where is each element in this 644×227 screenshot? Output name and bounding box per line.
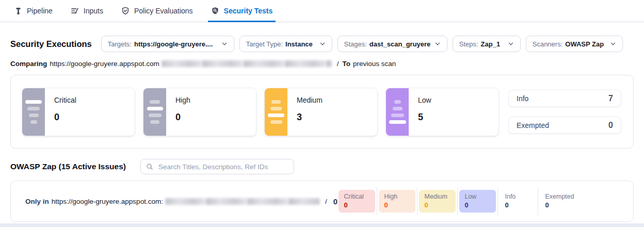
chip-label: Low bbox=[464, 193, 491, 201]
redacted-text bbox=[165, 198, 320, 205]
comparing-label: Comparing bbox=[10, 60, 47, 68]
dropdown-value: Instance bbox=[285, 40, 313, 48]
chip-divider bbox=[497, 187, 498, 215]
severity-label: Low bbox=[418, 96, 431, 104]
dropdown-value: OWASP Zap bbox=[565, 40, 604, 48]
exempted-chip: Exempted 0 bbox=[540, 190, 583, 213]
critical-summary-card[interactable]: Critical 0 bbox=[22, 88, 135, 136]
low-summary-card[interactable]: Low 5 bbox=[385, 88, 499, 136]
stages-dropdown[interactable]: Stages: dast_scan_gruyere bbox=[337, 36, 447, 52]
chip-value: 0 bbox=[424, 201, 450, 209]
only-in-label: Only in bbox=[25, 198, 49, 205]
severity-count: 7 bbox=[608, 94, 613, 103]
dropdown-label: Scanners: bbox=[533, 40, 563, 48]
severity-summary-panel: Critical 0 High 0 Medium 3 Low 5 Info 7 … bbox=[10, 75, 634, 149]
dropdown-value: Zap_1 bbox=[481, 40, 501, 48]
chip-value: 0 bbox=[505, 201, 531, 209]
dropdown-label: Steps: bbox=[459, 40, 478, 48]
high-level-icon bbox=[143, 88, 166, 136]
comparing-url: https://google-gruyere.appspot.com bbox=[50, 60, 159, 68]
comparing-to-value: previous scan bbox=[353, 60, 396, 68]
chip-value: 0 bbox=[464, 201, 491, 209]
security-shield-search-icon bbox=[211, 7, 219, 15]
tab-label: Security Tests bbox=[224, 7, 273, 15]
severity-label: Medium bbox=[297, 96, 323, 104]
chevron-down-icon bbox=[504, 41, 514, 47]
execution-tabbar: Pipeline Inputs Policy Evaluations Secur… bbox=[0, 0, 644, 22]
chevron-down-icon bbox=[606, 41, 616, 47]
high-chip: High 0 bbox=[379, 190, 415, 213]
only-in-separator: / bbox=[325, 198, 327, 205]
severity-count: 0 bbox=[175, 112, 190, 123]
tab-label: Policy Evaluations bbox=[134, 7, 193, 15]
issues-section-title: OWASP Zap (15 Active Issues) bbox=[10, 162, 126, 171]
info-summary-card[interactable]: Info 7 bbox=[508, 90, 621, 107]
dropdown-value: dast_scan_gruyere bbox=[369, 40, 431, 48]
tab-pipeline[interactable]: Pipeline bbox=[14, 0, 53, 22]
low-chip: Low 0 bbox=[459, 190, 496, 213]
chevron-down-icon bbox=[315, 41, 326, 47]
chip-label: Info bbox=[505, 193, 531, 201]
page-title: Security Executions bbox=[10, 39, 92, 49]
chevron-down-icon bbox=[430, 41, 441, 47]
tab-label: Pipeline bbox=[27, 7, 53, 15]
issues-search-box[interactable] bbox=[140, 159, 294, 174]
chip-value: 0 bbox=[545, 201, 578, 209]
critical-chip: Critical 0 bbox=[339, 190, 375, 213]
severity-label: Exempted bbox=[517, 121, 549, 129]
search-icon bbox=[146, 163, 153, 170]
chip-divider bbox=[377, 187, 377, 215]
info-exempted-column: Info 7 Exempted 0 bbox=[508, 90, 621, 134]
tab-label: Inputs bbox=[84, 7, 103, 15]
chip-value: 0 bbox=[384, 201, 410, 209]
targets-dropdown[interactable]: Targets: https://google-gruyere.... bbox=[101, 36, 234, 52]
chip-label: Critical bbox=[344, 193, 370, 201]
medium-summary-card[interactable]: Medium 3 bbox=[264, 88, 378, 136]
severity-label: Info bbox=[517, 94, 528, 103]
only-in-row[interactable]: Only in https://google-gruyere.appspot.c… bbox=[10, 181, 634, 222]
tab-security-tests[interactable]: Security Tests bbox=[211, 0, 273, 22]
search-input[interactable] bbox=[157, 163, 288, 171]
issues-section-header: OWASP Zap (15 Active Issues) bbox=[10, 159, 634, 174]
severity-chip-row: Critical 0 High 0 Medium 0 Low 0 Info 0 … bbox=[339, 187, 583, 215]
redacted-text bbox=[162, 60, 332, 67]
steps-dropdown[interactable]: Steps: Zap_1 bbox=[453, 36, 521, 52]
dropdown-label: Target Type: bbox=[246, 40, 283, 48]
comparing-separator: / bbox=[337, 60, 339, 68]
comparing-line: Comparing https://google-gruyere.appspot… bbox=[10, 60, 634, 68]
dropdown-label: Targets: bbox=[108, 40, 132, 48]
severity-count: 0 bbox=[608, 121, 613, 130]
tab-inputs[interactable]: Inputs bbox=[71, 0, 103, 22]
critical-level-icon bbox=[22, 88, 45, 136]
target-type-dropdown[interactable]: Target Type: Instance bbox=[239, 36, 332, 52]
policy-shield-check-icon bbox=[121, 7, 130, 15]
dropdown-value: https://google-gruyere.... bbox=[134, 40, 213, 48]
dropdown-label: Stages: bbox=[344, 40, 367, 48]
info-chip: Info 0 bbox=[500, 190, 536, 213]
scanners-dropdown[interactable]: Scanners: OWASP Zap bbox=[526, 36, 623, 52]
high-summary-card[interactable]: High 0 bbox=[143, 88, 256, 136]
page-bottom-divider bbox=[0, 223, 644, 227]
chip-label: Exempted bbox=[545, 193, 578, 201]
medium-level-icon bbox=[265, 88, 287, 136]
chip-value: 0 bbox=[344, 201, 370, 209]
only-in-url: https://google-gruyere.appspot.com: bbox=[52, 198, 163, 205]
comparing-to-label: To bbox=[342, 60, 350, 68]
severity-label: Critical bbox=[54, 96, 76, 104]
chip-label: Medium bbox=[424, 193, 450, 201]
severity-count: 0 bbox=[54, 112, 76, 123]
medium-chip: Medium 0 bbox=[419, 190, 456, 213]
chip-divider bbox=[457, 187, 458, 215]
exempted-summary-card[interactable]: Exempted 0 bbox=[508, 117, 621, 134]
chip-divider bbox=[538, 187, 538, 215]
chip-label: High bbox=[384, 193, 410, 201]
chevron-down-icon bbox=[217, 41, 228, 47]
inputs-icon bbox=[71, 7, 79, 15]
severity-label: High bbox=[175, 96, 190, 104]
tab-policy-evaluations[interactable]: Policy Evaluations bbox=[121, 0, 193, 22]
severity-count: 3 bbox=[297, 112, 323, 123]
severity-count: 5 bbox=[418, 112, 431, 123]
security-executions-filters: Security Executions Targets: https://goo… bbox=[0, 36, 644, 52]
chip-divider bbox=[417, 187, 417, 215]
low-level-icon bbox=[386, 88, 409, 136]
